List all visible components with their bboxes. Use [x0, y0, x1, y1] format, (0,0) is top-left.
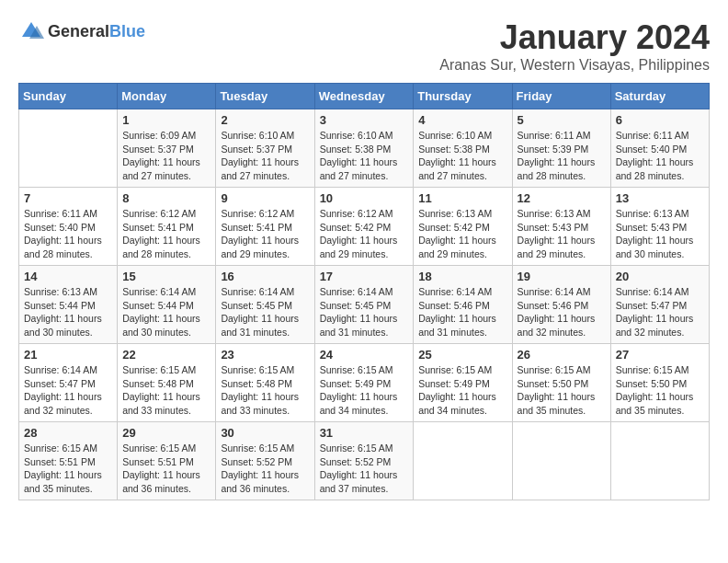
calendar-cell: 23Sunrise: 6:15 AMSunset: 5:48 PMDayligh…: [216, 344, 314, 422]
calendar-cell: 28Sunrise: 6:15 AMSunset: 5:51 PMDayligh…: [19, 422, 118, 500]
day-number: 27: [616, 348, 704, 362]
header-day-tuesday: Tuesday: [216, 84, 314, 109]
cell-info: Sunrise: 6:12 AMSunset: 5:41 PMDaylight:…: [122, 207, 210, 261]
cell-info: Sunrise: 6:15 AMSunset: 5:50 PMDaylight:…: [518, 363, 606, 418]
cell-info: Sunrise: 6:13 AMSunset: 5:43 PMDaylight:…: [616, 207, 704, 261]
cell-info: Sunrise: 6:15 AMSunset: 5:49 PMDaylight:…: [418, 363, 506, 418]
calendar-cell: 11Sunrise: 6:13 AMSunset: 5:42 PMDayligh…: [414, 188, 512, 266]
header-day-sunday: Sunday: [19, 84, 118, 109]
day-number: 30: [221, 426, 309, 440]
cell-info: Sunrise: 6:11 AMSunset: 5:39 PMDaylight:…: [518, 129, 606, 183]
cell-info: Sunrise: 6:15 AMSunset: 5:52 PMDaylight:…: [221, 442, 309, 496]
cell-info: Sunrise: 6:11 AMSunset: 5:40 PMDaylight:…: [24, 207, 112, 261]
calendar-cell: 10Sunrise: 6:12 AMSunset: 5:42 PMDayligh…: [314, 188, 414, 266]
cell-info: Sunrise: 6:12 AMSunset: 5:42 PMDaylight:…: [320, 207, 409, 261]
calendar-cell: 22Sunrise: 6:15 AMSunset: 5:48 PMDayligh…: [118, 344, 216, 422]
day-number: 21: [24, 348, 112, 362]
logo-icon: [18, 18, 44, 44]
day-number: 20: [616, 270, 704, 283]
cell-info: Sunrise: 6:09 AMSunset: 5:37 PMDaylight:…: [122, 129, 210, 183]
cell-info: Sunrise: 6:10 AMSunset: 5:38 PMDaylight:…: [320, 129, 409, 183]
calendar-cell: 26Sunrise: 6:15 AMSunset: 5:50 PMDayligh…: [512, 344, 610, 422]
cell-info: Sunrise: 6:15 AMSunset: 5:48 PMDaylight:…: [221, 363, 309, 418]
calendar-cell: 31Sunrise: 6:15 AMSunset: 5:52 PMDayligh…: [314, 422, 414, 500]
cell-info: Sunrise: 6:14 AMSunset: 5:47 PMDaylight:…: [24, 363, 112, 418]
calendar-cell: 13Sunrise: 6:13 AMSunset: 5:43 PMDayligh…: [610, 188, 709, 266]
week-row-3: 14Sunrise: 6:13 AMSunset: 5:44 PMDayligh…: [19, 266, 710, 344]
day-number: 17: [320, 270, 409, 283]
calendar-cell: 20Sunrise: 6:14 AMSunset: 5:47 PMDayligh…: [610, 266, 709, 344]
calendar-cell: 2Sunrise: 6:10 AMSunset: 5:37 PMDaylight…: [216, 109, 314, 188]
cell-info: Sunrise: 6:14 AMSunset: 5:45 PMDaylight:…: [221, 285, 309, 339]
calendar-cell: 8Sunrise: 6:12 AMSunset: 5:41 PMDaylight…: [118, 188, 216, 266]
cell-info: Sunrise: 6:14 AMSunset: 5:46 PMDaylight:…: [418, 285, 506, 339]
day-number: 4: [418, 113, 506, 127]
calendar-cell: 25Sunrise: 6:15 AMSunset: 5:49 PMDayligh…: [414, 344, 512, 422]
day-number: 26: [518, 348, 606, 362]
day-number: 7: [24, 191, 112, 205]
calendar-cell: 6Sunrise: 6:11 AMSunset: 5:40 PMDaylight…: [610, 109, 709, 188]
header-day-thursday: Thursday: [414, 84, 512, 109]
cell-info: Sunrise: 6:14 AMSunset: 5:44 PMDaylight:…: [122, 285, 210, 339]
header-day-wednesday: Wednesday: [314, 84, 414, 109]
logo-general: General: [48, 22, 109, 40]
day-number: 2: [221, 113, 309, 127]
day-number: 6: [616, 113, 704, 127]
cell-info: Sunrise: 6:13 AMSunset: 5:44 PMDaylight:…: [24, 285, 112, 339]
calendar-cell: 4Sunrise: 6:10 AMSunset: 5:38 PMDaylight…: [414, 109, 512, 188]
cell-info: Sunrise: 6:14 AMSunset: 5:45 PMDaylight:…: [320, 285, 409, 339]
cell-info: Sunrise: 6:13 AMSunset: 5:42 PMDaylight:…: [418, 207, 506, 261]
week-row-5: 28Sunrise: 6:15 AMSunset: 5:51 PMDayligh…: [19, 422, 710, 500]
cell-info: Sunrise: 6:12 AMSunset: 5:41 PMDaylight:…: [221, 207, 309, 261]
cell-info: Sunrise: 6:15 AMSunset: 5:50 PMDaylight:…: [616, 363, 704, 418]
day-number: 29: [122, 426, 210, 440]
cell-info: Sunrise: 6:13 AMSunset: 5:43 PMDaylight:…: [518, 207, 606, 261]
header-day-friday: Friday: [512, 84, 610, 109]
day-number: 22: [122, 348, 210, 362]
week-row-4: 21Sunrise: 6:14 AMSunset: 5:47 PMDayligh…: [19, 344, 710, 422]
day-number: 24: [320, 348, 409, 362]
subtitle: Aranas Sur, Western Visayas, Philippines: [439, 57, 710, 74]
day-number: 16: [221, 270, 309, 283]
day-number: 9: [221, 191, 309, 205]
day-number: 12: [518, 191, 606, 205]
calendar-cell: 3Sunrise: 6:10 AMSunset: 5:38 PMDaylight…: [314, 109, 414, 188]
calendar-cell: [512, 422, 610, 500]
day-number: 13: [616, 191, 704, 205]
calendar-cell: 21Sunrise: 6:14 AMSunset: 5:47 PMDayligh…: [19, 344, 118, 422]
cell-info: Sunrise: 6:15 AMSunset: 5:51 PMDaylight:…: [122, 442, 210, 496]
day-number: 10: [320, 191, 409, 205]
calendar-cell: [610, 422, 709, 500]
calendar-cell: 27Sunrise: 6:15 AMSunset: 5:50 PMDayligh…: [610, 344, 709, 422]
calendar-cell: 5Sunrise: 6:11 AMSunset: 5:39 PMDaylight…: [512, 109, 610, 188]
day-number: 25: [418, 348, 506, 362]
cell-info: Sunrise: 6:14 AMSunset: 5:46 PMDaylight:…: [518, 285, 606, 339]
calendar-cell: 1Sunrise: 6:09 AMSunset: 5:37 PMDaylight…: [118, 109, 216, 188]
logo: GeneralBlue: [18, 18, 145, 44]
calendar-cell: [414, 422, 512, 500]
header-day-saturday: Saturday: [610, 84, 709, 109]
cell-info: Sunrise: 6:11 AMSunset: 5:40 PMDaylight:…: [616, 129, 704, 183]
calendar-cell: 18Sunrise: 6:14 AMSunset: 5:46 PMDayligh…: [414, 266, 512, 344]
header: GeneralBlue January 2024 Aranas Sur, Wes…: [18, 18, 710, 74]
header-day-monday: Monday: [118, 84, 216, 109]
cell-info: Sunrise: 6:10 AMSunset: 5:37 PMDaylight:…: [221, 129, 309, 183]
calendar-cell: [19, 109, 118, 188]
week-row-1: 1Sunrise: 6:09 AMSunset: 5:37 PMDaylight…: [19, 109, 710, 188]
cell-info: Sunrise: 6:15 AMSunset: 5:49 PMDaylight:…: [320, 363, 409, 418]
calendar-cell: 29Sunrise: 6:15 AMSunset: 5:51 PMDayligh…: [118, 422, 216, 500]
day-number: 8: [122, 191, 210, 205]
calendar-cell: 19Sunrise: 6:14 AMSunset: 5:46 PMDayligh…: [512, 266, 610, 344]
day-number: 23: [221, 348, 309, 362]
cell-info: Sunrise: 6:14 AMSunset: 5:47 PMDaylight:…: [616, 285, 704, 339]
cell-info: Sunrise: 6:10 AMSunset: 5:38 PMDaylight:…: [418, 129, 506, 183]
header-row: SundayMondayTuesdayWednesdayThursdayFrid…: [19, 84, 710, 109]
cell-info: Sunrise: 6:15 AMSunset: 5:51 PMDaylight:…: [24, 442, 112, 496]
calendar-cell: 14Sunrise: 6:13 AMSunset: 5:44 PMDayligh…: [19, 266, 118, 344]
month-title: January 2024: [439, 18, 710, 57]
week-row-2: 7Sunrise: 6:11 AMSunset: 5:40 PMDaylight…: [19, 188, 710, 266]
day-number: 18: [418, 270, 506, 283]
calendar-cell: 30Sunrise: 6:15 AMSunset: 5:52 PMDayligh…: [216, 422, 314, 500]
calendar-cell: 12Sunrise: 6:13 AMSunset: 5:43 PMDayligh…: [512, 188, 610, 266]
day-number: 28: [24, 426, 112, 440]
